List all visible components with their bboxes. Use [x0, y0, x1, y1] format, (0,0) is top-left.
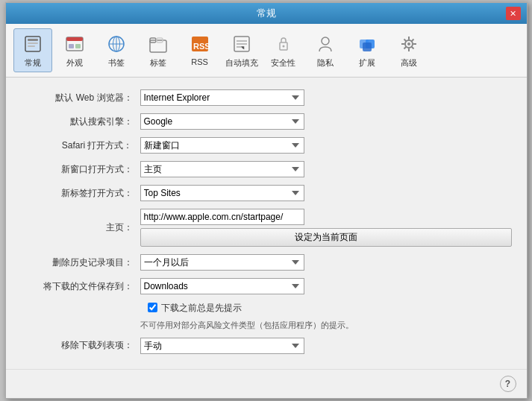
new-tab-label: 新标签打开方式：	[21, 187, 133, 200]
toolbar-bookmarks-label: 书签	[108, 57, 125, 69]
help-button[interactable]: ?	[500, 376, 516, 392]
toolbar-extensions-label: 扩展	[359, 57, 375, 69]
new-window-control: 主页 空白页 历史记录	[140, 161, 512, 177]
remove-downloads-label: 移除下载列表项：	[21, 339, 133, 352]
toolbar-advanced-label: 高级	[401, 57, 417, 69]
svg-rect-27	[363, 42, 372, 51]
general-icon	[21, 32, 45, 56]
svg-line-35	[411, 47, 413, 49]
toolbar-bookmarks[interactable]: 书签	[97, 28, 136, 72]
homepage-input[interactable]	[140, 209, 304, 225]
clear-history-select[interactable]: 一个月以后 一天以后 一周以后 手动	[140, 254, 304, 271]
new-tab-select[interactable]: Top Sites 空白页 主页	[140, 185, 304, 201]
toolbar-rss-label: RSS	[191, 57, 208, 66]
svg-line-36	[411, 40, 413, 42]
new-tab-row: 新标签打开方式： Top Sites 空白页 主页	[21, 185, 512, 201]
svg-rect-5	[66, 37, 83, 41]
toolbar-rss[interactable]: RSS RSS	[181, 28, 219, 72]
toolbar-autofill-label: 自动填充	[225, 57, 258, 69]
save-downloads-label: 将下载的文件保存到：	[21, 280, 133, 293]
default-browser-select[interactable]: Internet Explorer Firefox Chrome Safari	[140, 89, 304, 106]
default-search-row: 默认搜索引擎： Google Bing Yahoo Baidu	[21, 113, 512, 130]
toolbar-general-label: 常规	[25, 57, 41, 69]
new-window-row: 新窗口打开方式： 主页 空白页 历史记录	[21, 161, 512, 177]
svg-point-23	[282, 45, 284, 48]
remove-downloads-row: 移除下载列表项： 手动 下载成功后 退出 Safari 时	[21, 338, 512, 354]
svg-line-34	[404, 40, 406, 42]
save-downloads-select[interactable]: Downloads 桌面 文稿 其他...	[140, 278, 304, 294]
save-downloads-control: Downloads 桌面 文稿 其他...	[140, 278, 512, 294]
settings-content: 默认 Web 浏览器： Internet Explorer Firefox Ch…	[6, 78, 527, 369]
security-icon	[272, 32, 295, 56]
default-browser-label: 默认 Web 浏览器：	[21, 92, 133, 104]
new-tab-control: Top Sites 空白页 主页	[140, 185, 512, 201]
homepage-control: 设定为当前页面	[140, 209, 512, 247]
remove-downloads-control: 手动 下载成功后 退出 Safari 时	[140, 338, 512, 354]
toolbar-security-label: 安全性	[271, 57, 295, 69]
svg-text:RSS: RSS	[193, 42, 210, 51]
remove-downloads-select[interactable]: 手动 下载成功后 退出 Safari 时	[140, 338, 304, 354]
svg-rect-7	[75, 44, 81, 48]
homepage-row: 主页： 设定为当前页面	[21, 209, 512, 247]
toolbar-privacy-label: 隐私	[317, 57, 334, 69]
clear-history-label: 删除历史记录项目：	[21, 256, 133, 269]
svg-rect-3	[28, 45, 35, 47]
toolbar-advanced[interactable]: 高级	[389, 28, 428, 72]
toolbar-privacy[interactable]: 隐私	[306, 28, 345, 72]
new-window-label: 新窗口打开方式：	[21, 163, 133, 176]
advanced-icon	[397, 32, 421, 56]
appearance-icon	[63, 32, 87, 56]
rss-icon: RSS	[188, 32, 212, 56]
svg-rect-1	[28, 39, 38, 41]
close-button[interactable]: ✕	[506, 7, 521, 20]
toolbar-general[interactable]: 常规	[13, 28, 52, 72]
title-bar: 常规 ✕	[6, 3, 527, 24]
toolbar-extensions[interactable]: 扩展	[348, 28, 387, 72]
toolbar-appearance[interactable]: 外观	[55, 28, 94, 72]
homepage-label: 主页：	[21, 221, 133, 234]
default-browser-row: 默认 Web 浏览器： Internet Explorer Firefox Ch…	[21, 89, 512, 106]
clear-history-control: 一个月以后 一天以后 一周以后 手动	[140, 254, 512, 271]
checkbox-row: 下载之前总是先提示	[21, 302, 512, 315]
svg-line-37	[404, 47, 406, 49]
toolbar-tabs[interactable]: 标签	[139, 28, 178, 72]
bottom-bar: ?	[6, 369, 527, 398]
settings-window: 常规 ✕ 常规	[5, 2, 528, 399]
default-search-select[interactable]: Google Bing Yahoo Baidu	[140, 113, 304, 130]
safari-open-control: 新建窗口 最后打开的页面	[140, 137, 512, 154]
checkbox-label: 下载之前总是先提示	[161, 302, 242, 315]
toolbar-autofill[interactable]: 自动填充	[222, 28, 261, 72]
autofill-icon	[230, 32, 254, 56]
default-browser-control: Internet Explorer Firefox Chrome Safari	[140, 89, 512, 106]
safari-open-label: Safari 打开方式：	[21, 139, 133, 152]
note-text: 不可停用对部分高风险文件类型（包括应用程序）的提示。	[140, 319, 394, 332]
svg-rect-6	[69, 44, 74, 48]
privacy-icon	[313, 32, 337, 56]
window-title: 常规	[27, 7, 506, 20]
save-downloads-row: 将下载的文件保存到： Downloads 桌面 文稿 其他...	[21, 278, 512, 294]
toolbar: 常规 外观	[6, 24, 527, 78]
svg-point-24	[322, 37, 329, 45]
new-window-select[interactable]: 主页 空白页 历史记录	[140, 161, 304, 177]
safari-open-select[interactable]: 新建窗口 最后打开的页面	[140, 137, 304, 154]
prompt-checkbox[interactable]	[148, 303, 157, 312]
default-search-label: 默认搜索引擎：	[21, 116, 133, 128]
extensions-icon	[355, 32, 379, 56]
toolbar-tabs-label: 标签	[150, 57, 166, 69]
clear-history-row: 删除历史记录项目： 一个月以后 一天以后 一周以后 手动	[21, 254, 512, 271]
svg-point-29	[407, 42, 410, 45]
default-search-control: Google Bing Yahoo Baidu	[140, 113, 512, 130]
set-homepage-button[interactable]: 设定为当前页面	[140, 228, 512, 247]
tabs-icon	[146, 32, 170, 56]
svg-rect-2	[28, 42, 38, 44]
toolbar-appearance-label: 外观	[66, 57, 83, 69]
toolbar-security[interactable]: 安全性	[264, 28, 303, 72]
bookmarks-icon	[104, 32, 128, 56]
safari-open-row: Safari 打开方式： 新建窗口 最后打开的页面	[21, 137, 512, 154]
